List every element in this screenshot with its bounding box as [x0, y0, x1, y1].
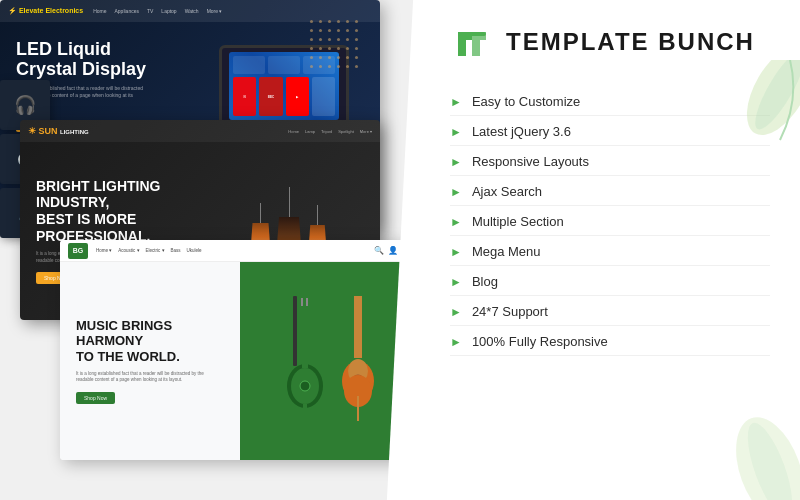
tv-other: [312, 77, 335, 116]
feature-item-6: ► Blog: [450, 268, 770, 296]
feature-text-4: Multiple Section: [472, 214, 564, 229]
tmpl1-nav: ⚡ Elevate Electronics Home Appliances TV…: [0, 0, 380, 22]
tmpl3-nav: BG Home ▾ Acoustic ▾ Electric ▾ Bass Uku…: [60, 240, 420, 262]
feature-text-5: Mega Menu: [472, 244, 541, 259]
tmpl2-nav: ☀ SUN LIGHTING Home Lamp Tripod Spotligh…: [20, 120, 380, 142]
feature-text-0: Easy to Customize: [472, 94, 580, 109]
svg-rect-4: [302, 296, 308, 368]
feature-arrow-1: ►: [450, 125, 462, 139]
tmpl3-logo: BG: [68, 243, 88, 259]
guitar-1: [278, 296, 333, 426]
feature-arrow-0: ►: [450, 95, 462, 109]
tmpl3-hero-text: MUSIC BRINGS HARMONYTO THE WORLD. It is …: [60, 262, 240, 460]
feature-text-3: Ajax Search: [472, 184, 542, 199]
svg-rect-7: [303, 404, 307, 424]
svg-rect-0: [293, 296, 297, 366]
headphone-icon: 🎧: [14, 94, 36, 116]
right-panel: TEMPLATE BUNCH ► Easy to Customize ► Lat…: [420, 0, 800, 500]
tmpl2-hero-title: BRIGHT LIGHTING INDUSTRY,BEST IS MORE PR…: [36, 178, 214, 245]
tv-netflix: N: [233, 77, 256, 116]
tmpl1-nav-more: More ▾: [207, 8, 223, 14]
tv-content-row: N BBC ▶: [233, 77, 335, 116]
svg-rect-18: [458, 32, 486, 36]
svg-rect-13: [354, 296, 362, 358]
brand-name-text: TEMPLATE BUNCH: [506, 28, 755, 56]
feature-arrow-7: ►: [450, 305, 462, 319]
tmpl1-nav-laptop: Laptop: [161, 8, 176, 14]
tmpl3-nav-acoustic: Acoustic ▾: [118, 248, 139, 253]
dots-decoration: [310, 20, 370, 80]
tmpl3-nav-links: Home ▾ Acoustic ▾ Electric ▾ Bass Ukulel…: [96, 248, 202, 253]
feature-item-8: ► 100% Fully Responsive: [450, 328, 770, 356]
leaf-decoration-bottom: [700, 380, 800, 500]
feature-item-5: ► Mega Menu: [450, 238, 770, 266]
tmpl3-nav-electric: Electric ▾: [146, 248, 165, 253]
svg-rect-5: [301, 298, 303, 306]
tmpl2-logo: ☀ SUN LIGHTING: [28, 126, 89, 136]
tmpl3-shop-btn[interactable]: Shop Now: [76, 392, 115, 404]
feature-arrow-3: ►: [450, 185, 462, 199]
tmpl1-logo: ⚡ Elevate Electronics: [8, 7, 83, 15]
left-panel: ⚡ Elevate Electronics Home Appliances TV…: [0, 0, 420, 500]
feature-text-6: Blog: [472, 274, 498, 289]
brand-header: TEMPLATE BUNCH: [450, 20, 770, 64]
tmpl1-nav-appliances: Appliances: [115, 8, 139, 14]
tmpl1-nav-tv: TV: [147, 8, 153, 14]
feature-item-4: ► Multiple Section: [450, 208, 770, 236]
brand-logo-icon: [450, 20, 494, 64]
tmpl1-hero-title: LED LiquidCrystal Display: [16, 40, 204, 80]
svg-point-3: [300, 381, 310, 391]
feature-arrow-4: ►: [450, 215, 462, 229]
leaf-decoration-top: [720, 60, 800, 180]
feature-item-3: ► Ajax Search: [450, 178, 770, 206]
tmpl3-nav-bass: Bass: [171, 248, 181, 253]
feature-arrow-5: ►: [450, 245, 462, 259]
feature-arrow-6: ►: [450, 275, 462, 289]
tv-bbc: BBC: [259, 77, 282, 116]
feature-text-8: 100% Fully Responsive: [472, 334, 608, 349]
tmpl3-hero: MUSIC BRINGS HARMONYTO THE WORLD. It is …: [60, 262, 420, 460]
tmpl1-nav-home: Home: [93, 8, 106, 14]
tmpl3-hero-sub: It is a long established fact that a rea…: [76, 371, 206, 385]
svg-rect-6: [306, 298, 308, 306]
guitar-2: [333, 296, 383, 426]
feature-item-7: ► 24*7 Support: [450, 298, 770, 326]
feature-text-2: Responsive Layouts: [472, 154, 589, 169]
tmpl3-nav-home: Home ▾: [96, 248, 112, 253]
tv-yt: ▶: [286, 77, 309, 116]
feature-text-1: Latest jQuery 3.6: [472, 124, 571, 139]
tmpl3-hero-title: MUSIC BRINGS HARMONYTO THE WORLD.: [76, 318, 224, 365]
svg-rect-14: [357, 396, 359, 421]
feature-arrow-8: ►: [450, 335, 462, 349]
tmpl1-nav-links: Home Appliances TV Laptop Watch More ▾: [93, 8, 222, 14]
tmpl3-nav-ukulele: Ukulele: [187, 248, 202, 253]
template-guitar: BG Home ▾ Acoustic ▾ Electric ▾ Bass Uku…: [60, 240, 420, 460]
tmpl1-nav-watch: Watch: [185, 8, 199, 14]
feature-arrow-2: ►: [450, 155, 462, 169]
feature-text-7: 24*7 Support: [472, 304, 548, 319]
